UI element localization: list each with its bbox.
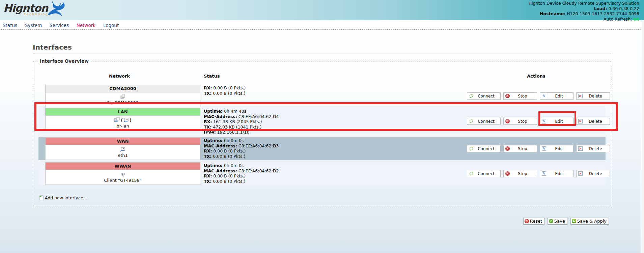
table-header-row: Network Status Actions: [38, 74, 606, 80]
connect-icon: [469, 171, 473, 176]
connect-icon: [469, 94, 473, 99]
connect-icon: [469, 119, 473, 124]
interface-name: 3g-CDMA2000: [46, 100, 200, 105]
actions-cell-cdma2000: Connect ✕Stop ✎Edit ✕Delete: [467, 85, 610, 107]
stop-button[interactable]: ✕Stop: [503, 92, 537, 100]
nav-item-system[interactable]: System: [25, 23, 42, 28]
main-nav: Status System Services Network Logout: [0, 20, 644, 30]
app-header: Hignton technology Hignton Device Cloudy…: [0, 0, 644, 20]
bridge-icon: [114, 117, 120, 123]
nav-item-logout[interactable]: Logout: [103, 23, 119, 28]
gazelle-logo-icon: [43, 1, 67, 18]
connect-button[interactable]: Connect: [467, 92, 501, 100]
network-cell-wan: WAN eth1: [45, 137, 200, 160]
connect-icon: [469, 146, 473, 151]
stop-icon: ✕: [505, 94, 510, 99]
actions-cell-wwan: Connect ✕Stop ✎Edit ✕Delete: [467, 162, 610, 185]
delete-icon: ✕: [578, 94, 583, 99]
save-icon: ✓: [549, 219, 553, 223]
stop-icon: ✕: [505, 119, 510, 124]
delete-button[interactable]: ✕Delete: [576, 92, 610, 100]
connect-button[interactable]: Connect: [467, 118, 501, 125]
vertical-scrollbar[interactable]: [641, 20, 644, 253]
interface-name: eth1: [46, 153, 200, 158]
edit-icon: ✎: [541, 171, 546, 176]
stop-button[interactable]: ✕Stop: [503, 118, 537, 125]
form-footer: ✕Reset ✓Save ▶Save & Apply: [0, 218, 609, 225]
network-name-cdma2000: CDMA2000: [46, 85, 200, 92]
nav-item-services[interactable]: Services: [50, 23, 69, 28]
network-name-lan: LAN: [46, 108, 200, 116]
interface-name: br-lan: [46, 123, 200, 129]
add-new-interface-link[interactable]: Add new interface...: [38, 195, 87, 200]
delete-button[interactable]: ✕Delete: [576, 170, 610, 177]
save-apply-button[interactable]: ▶Save & Apply: [570, 218, 609, 225]
network-name-wwan: WWAN: [46, 163, 200, 170]
actions-cell-lan: Connect ✕Stop ✎Edit ✕Delete: [467, 108, 610, 135]
edit-icon: ✎: [541, 119, 546, 124]
delete-button[interactable]: ✕Delete: [576, 118, 610, 125]
edit-icon: ✎: [541, 146, 546, 151]
column-header-network: Network: [38, 74, 200, 80]
save-apply-icon: ▶: [572, 219, 576, 223]
reset-button[interactable]: ✕Reset: [523, 218, 544, 225]
stop-icon: ✕: [505, 146, 510, 151]
device-title: Hignton Device Cloudy Remote Supervisory…: [529, 1, 639, 6]
save-button[interactable]: ✓Save: [548, 218, 567, 225]
network-cell-wwan: WWAN Client "GT-I9158": [45, 162, 200, 185]
status-cell-cdma2000: RX: 0.00 B (0 Pkts.) TX: 0.00 B (0 Pkts.…: [200, 85, 467, 107]
stop-button[interactable]: ✕Stop: [503, 170, 537, 177]
title-divider: [33, 54, 611, 54]
edit-button[interactable]: ✎Edit: [540, 170, 573, 177]
add-interface-icon: [38, 195, 44, 200]
wifi-icon: [120, 172, 125, 177]
table-row-wwan: WWAN Client "GT-I9158" Uptime: 0h 0m 0s …: [38, 162, 606, 185]
table-row-wan: WAN eth1 Uptime: 0h 0m 0s MAC-Address: C…: [38, 137, 606, 160]
cdma-3g-icon: [120, 94, 125, 100]
stop-icon: ✕: [505, 171, 510, 176]
actions-cell-wan: Connect ✕Stop ✎Edit ✕Delete: [467, 137, 610, 160]
hostname-line: Hostname: H120-1509-1617-2932-7744-0098: [529, 11, 639, 17]
edit-button[interactable]: ✎Edit: [540, 118, 573, 125]
nav-item-network[interactable]: Network: [77, 23, 95, 28]
connect-button[interactable]: Connect: [467, 145, 501, 152]
auto-refresh-status[interactable]: on: [634, 17, 640, 22]
edit-button[interactable]: ✎Edit: [540, 92, 573, 100]
column-header-status: Status: [200, 74, 467, 80]
stop-button[interactable]: ✕Stop: [503, 145, 537, 152]
column-header-actions: Actions: [467, 74, 606, 80]
interface-name: Client "GT-I9158": [46, 178, 200, 183]
delete-button[interactable]: ✕Delete: [576, 145, 610, 152]
nav-item-status[interactable]: Status: [3, 23, 17, 28]
edit-icon: ✎: [541, 94, 546, 99]
table-row-lan: LAN ( ) br-lan Uptime: 0h 4m 40s MAC-Add…: [38, 106, 606, 134]
delete-icon: ✕: [578, 146, 583, 151]
table-row-cdma2000: CDMA2000 3g-CDMA2000 RX: 0.00 B (0 Pkts.…: [38, 85, 606, 106]
auto-refresh-line: Auto Refresh: on: [529, 17, 639, 22]
network-name-wan: WAN: [46, 138, 200, 145]
status-cell-lan: Uptime: 0h 4m 40s MAC-Address: C8:EE:A6:…: [200, 108, 467, 135]
section-legend: Interface Overview: [38, 58, 91, 64]
device-info-panel: Hignton Device Cloudy Remote Supervisory…: [529, 1, 639, 22]
status-cell-wan: Uptime: 0h 0m 0s MAC-Address: C8:EE:A6:0…: [200, 137, 467, 160]
page-content: Interfaces Interface Overview Network St…: [0, 30, 644, 225]
ethernet-icon: [123, 117, 129, 123]
network-cell-lan: LAN ( ) br-lan: [45, 108, 200, 131]
interface-overview-section: Interface Overview Network Status Action…: [33, 61, 611, 206]
delete-icon: ✕: [578, 119, 583, 124]
reset-icon: ✕: [525, 219, 529, 223]
brand-logo: Hignton technology: [3, 2, 51, 16]
load-line: Load: 0.30 0.38 0.22: [529, 6, 639, 11]
connect-button[interactable]: Connect: [467, 170, 501, 177]
network-cell-cdma2000: CDMA2000 3g-CDMA2000: [45, 85, 200, 107]
edit-button[interactable]: ✎Edit: [540, 145, 573, 152]
ethernet-icon: [120, 147, 125, 152]
delete-icon: ✕: [578, 171, 583, 176]
page-title: Interfaces: [33, 43, 611, 51]
status-cell-wwan: Uptime: 0h 0m 0s MAC-Address: C8:EE:A6:0…: [200, 162, 467, 185]
